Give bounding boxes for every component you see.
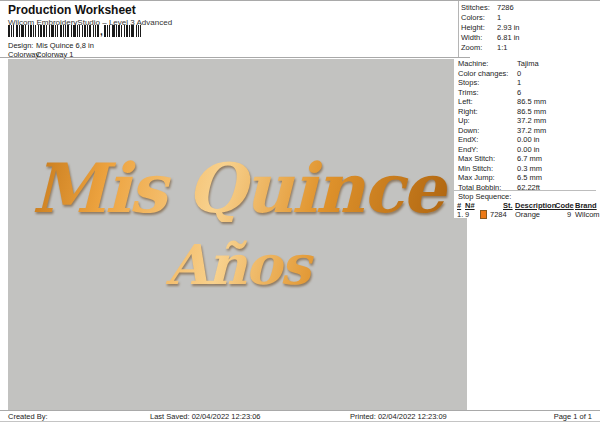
machine-row: Down:37.2 mm <box>458 126 600 136</box>
stat-value: 7286 <box>497 3 514 13</box>
machine-value: 86.5 mm <box>517 107 546 117</box>
col-header-description: Description <box>515 201 556 210</box>
footer-created-by: Created By: <box>8 412 48 421</box>
machine-row: Color changes:0 <box>458 69 600 79</box>
stat-row-colors: Colors:1 <box>461 13 520 23</box>
col-header-stitches: St. <box>503 201 513 210</box>
machine-row: Left:86.5 mm <box>458 97 600 107</box>
machine-label: Max Jump: <box>458 173 517 183</box>
barcode-group-2 <box>104 25 141 37</box>
machine-value: 0.3 mm <box>517 164 542 174</box>
stop-sequence-data-row: 1. 9 7284 Orange 9 Wilcom <box>454 210 596 219</box>
machine-row: Stops:1 <box>458 78 600 88</box>
stat-label: Colors: <box>461 13 497 23</box>
machine-value: 6 <box>517 88 521 98</box>
footer-printed: Printed: 02/04/2022 12:23:09 <box>350 412 447 421</box>
machine-label: Right: <box>458 107 517 117</box>
machine-settings-list: Machine:Tajima Color changes:0 Stops:1 T… <box>458 59 600 192</box>
stat-label: Zoom: <box>461 43 497 53</box>
machine-value: 6.7 mm <box>517 154 542 164</box>
design-label: Design: <box>8 41 36 50</box>
bottom-border <box>0 421 600 422</box>
footer-page-number: Page 1 of 1 <box>554 412 592 421</box>
embroidery-design: Mis Quince Años <box>8 59 467 410</box>
stop-sequence-title: Stop Sequence: <box>454 192 596 201</box>
stat-row-zoom: Zoom:1:1 <box>461 43 520 53</box>
design-row: Design: Mis Quince 6,8 in <box>8 41 94 50</box>
production-worksheet-page: Production Worksheet Wilcom EmbroiderySt… <box>0 0 600 424</box>
stat-label: Width: <box>461 33 497 43</box>
stat-row-width: Width:6.81 in <box>461 33 520 43</box>
cell-needle: 9 <box>465 210 469 219</box>
machine-row: Right:86.5 mm <box>458 107 600 117</box>
cell-code: 9 <box>567 210 571 219</box>
cell-num: 1. <box>457 210 463 219</box>
machine-value: 0.00 in <box>517 135 540 145</box>
col-header-num: # <box>457 201 461 210</box>
stat-row-height: Height:2.93 in <box>461 23 520 33</box>
machine-row: Machine:Tajima <box>458 59 600 69</box>
header-divider <box>0 57 470 58</box>
col-header-needle: N# <box>465 201 475 210</box>
machine-row: Max Jump:6.5 mm <box>458 173 600 183</box>
embroidery-text-line1: Mis Quince <box>8 154 467 222</box>
machine-row: Min Stitch:0.3 mm <box>458 164 600 174</box>
barcode: , <box>8 25 141 37</box>
machine-label: Color changes: <box>458 69 517 79</box>
machine-label: Down: <box>458 126 517 136</box>
machine-info-panel: Machine:Tajima Color changes:0 Stops:1 T… <box>454 59 600 218</box>
thread-color-swatch <box>480 210 487 219</box>
machine-value: Tajima <box>517 59 539 69</box>
machine-label: EndY: <box>458 145 517 155</box>
stop-sequence-section: Stop Sequence: # N# St. Description Code… <box>454 190 596 219</box>
machine-value: 0 <box>517 69 521 79</box>
stat-value: 1:1 <box>497 43 507 53</box>
design-preview-canvas: Mis Quince Años <box>8 59 467 410</box>
machine-row: EndY:0.00 in <box>458 145 600 155</box>
design-stats-panel: Stitches:7286 Colors:1 Height:2.93 in Wi… <box>461 3 520 53</box>
col-header-code: Code <box>555 201 574 210</box>
barcode-group-1 <box>8 25 99 37</box>
machine-label: Stops: <box>458 78 517 88</box>
embroidery-text-line2: Años <box>8 237 467 292</box>
cell-stitches: 7284 <box>490 210 507 219</box>
col-header-brand: Brand <box>575 201 597 210</box>
machine-label: Trims: <box>458 88 517 98</box>
machine-value: 6.5 mm <box>517 173 542 183</box>
footer-last-saved: Last Saved: 02/04/2022 12:23:06 <box>150 412 261 421</box>
machine-row: EndX:0.00 in <box>458 135 600 145</box>
machine-row: Trims:6 <box>458 88 600 98</box>
stat-value: 6.81 in <box>497 33 520 43</box>
design-value: Mis Quince 6,8 in <box>36 41 94 50</box>
machine-label: Up: <box>458 116 517 126</box>
machine-label: Machine: <box>458 59 517 69</box>
machine-label: Max Stitch: <box>458 154 517 164</box>
machine-value: 86.5 mm <box>517 97 546 107</box>
cell-brand: Wilcom <box>575 210 600 219</box>
machine-row: Up:37.2 mm <box>458 116 600 126</box>
machine-label: EndX: <box>458 135 517 145</box>
machine-label: Left: <box>458 97 517 107</box>
stop-sequence-header-row: # N# St. Description Code Brand <box>454 201 596 210</box>
page-title: Production Worksheet <box>8 3 136 17</box>
stat-label: Stitches: <box>461 3 497 13</box>
stat-value: 1 <box>497 13 501 23</box>
stat-row-stitches: Stitches:7286 <box>461 3 520 13</box>
stat-label: Height: <box>461 23 497 33</box>
machine-value: 37.2 mm <box>517 116 546 126</box>
footer-divider <box>0 410 600 411</box>
machine-row: Max Stitch:6.7 mm <box>458 154 600 164</box>
top-border <box>0 0 600 1</box>
machine-value: 1 <box>517 78 521 88</box>
stat-value: 2.93 in <box>497 23 520 33</box>
machine-value: 37.2 mm <box>517 126 546 136</box>
machine-value: 0.00 in <box>517 145 540 155</box>
header-stats-divider <box>458 1 459 57</box>
machine-label: Min Stitch: <box>458 164 517 174</box>
cell-description: Orange <box>515 210 540 219</box>
